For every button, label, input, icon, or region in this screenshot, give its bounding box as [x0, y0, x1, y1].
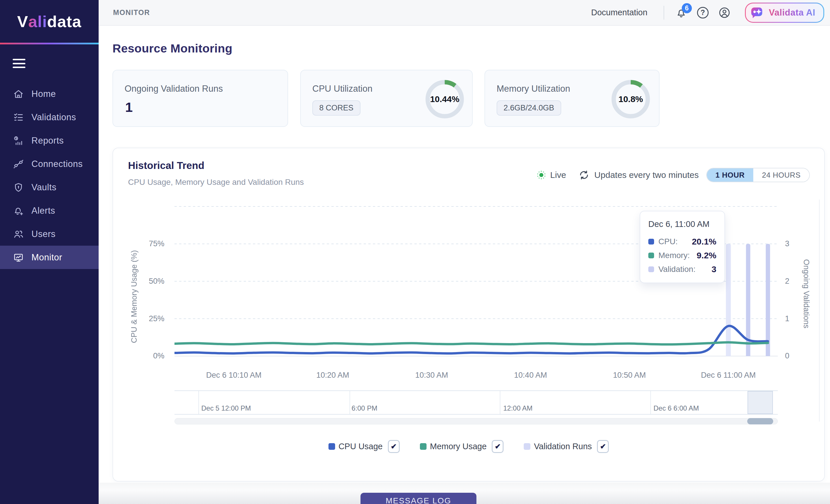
- tooltip-row-memory: Memory: 9.2%: [648, 248, 716, 262]
- historical-trend-card: Historical Trend CPU Usage, Memory Usage…: [113, 147, 825, 481]
- sidebar-item-connections[interactable]: Connections: [0, 152, 99, 176]
- validation-swatch: [648, 266, 654, 272]
- legend-item-validation: Validation Runs ✔: [524, 440, 609, 453]
- app-root: Validata Home Validations Reports Connec…: [0, 0, 830, 504]
- account-button[interactable]: [719, 7, 731, 19]
- brand-logo: Validata: [0, 0, 99, 43]
- topbar: MONITOR Documentation 6 ?: [99, 0, 830, 26]
- page-title: Resource Monitoring: [113, 42, 232, 55]
- sidebar-item-monitor[interactable]: Monitor: [0, 246, 99, 269]
- sidebar-item-validations[interactable]: Validations: [0, 105, 99, 129]
- card-memory-utilization: Memory Utilization 2.6GB/24.0GB 10.8%: [484, 70, 660, 127]
- x-tick-label: 10:30 AM: [415, 371, 448, 379]
- x-tick-label: 10:20 AM: [316, 371, 349, 379]
- y-left-tick-50: 50%: [138, 277, 164, 286]
- chart-tooltip: Dec 6, 11:00 AM CPU: 20.1% Memory: 9.2% …: [640, 211, 725, 283]
- time-navigator[interactable]: Dec 5 12:00 PM 6:00 PM 12:00 AM Dec 6 6:…: [174, 391, 778, 415]
- user-icon: [719, 7, 731, 19]
- validation-visibility-checkbox[interactable]: ✔: [597, 440, 609, 453]
- cpu-percent-value: 10.44%: [425, 80, 464, 119]
- sidebar-item-label: Home: [31, 89, 56, 99]
- sidebar-item-label: Alerts: [31, 206, 55, 216]
- x-tick-label: Dec 6 11:00 AM: [701, 371, 756, 379]
- logo-part-ali: ali: [28, 12, 47, 31]
- connections-icon: [13, 159, 24, 169]
- validation-bar: [726, 244, 731, 356]
- memory-percent-value: 10.8%: [611, 80, 650, 119]
- documentation-link[interactable]: Documentation: [591, 8, 647, 17]
- trend-subtitle: CPU Usage, Memory Usage and Validation R…: [128, 178, 304, 187]
- validation-bar: [766, 244, 770, 356]
- logo-part-data: data: [47, 12, 81, 31]
- range-24-hours-button[interactable]: 24 HOURS: [753, 168, 809, 182]
- trend-title: Historical Trend: [128, 160, 204, 171]
- topbar-actions: Documentation 6 ?: [591, 3, 824, 23]
- sidebar-item-home[interactable]: Home: [0, 82, 99, 105]
- tooltip-row-cpu: CPU: 20.1%: [648, 235, 716, 248]
- navigator-selection-window[interactable]: [747, 391, 773, 414]
- check-icon: ✔: [600, 442, 606, 451]
- refresh-icon: [579, 170, 589, 180]
- notifications-button[interactable]: 6: [675, 7, 687, 19]
- sidebar-item-vaults[interactable]: Vaults: [0, 176, 99, 199]
- x-tick-label: Dec 6 10:10 AM: [206, 371, 262, 379]
- memory-legend-swatch: [420, 443, 426, 450]
- live-label: Live: [550, 170, 566, 180]
- cpu-usage-line: [174, 326, 768, 353]
- question-icon: ?: [697, 7, 709, 19]
- sidebar-item-label: Monitor: [31, 252, 62, 263]
- shield-icon: [13, 182, 24, 193]
- sidebar-item-label: Users: [31, 229, 55, 239]
- cpu-cores-badge: 8 CORES: [312, 100, 360, 115]
- time-range-toggle: 1 HOUR 24 HOURS: [706, 168, 810, 182]
- navigator-label-4: Dec 6 6:00 AM: [653, 404, 699, 412]
- validation-legend-swatch: [524, 443, 530, 450]
- topbar-divider: [664, 6, 664, 20]
- report-chart-icon: [13, 136, 24, 146]
- legend-item-cpu: CPU Usage ✔: [328, 440, 400, 453]
- monitor-icon: [13, 252, 24, 263]
- sidebar-item-alerts[interactable]: Alerts: [0, 199, 99, 222]
- cpu-visibility-checkbox[interactable]: ✔: [388, 440, 400, 453]
- notifications-badge: 6: [682, 3, 692, 13]
- home-icon: [13, 89, 24, 99]
- users-icon: [13, 229, 24, 239]
- chart-scrollbar-thumb[interactable]: [747, 418, 773, 425]
- legend-item-memory: Memory Usage ✔: [420, 440, 504, 453]
- menu-toggle-button[interactable]: [13, 58, 25, 69]
- chart-scrollbar-track[interactable]: [174, 418, 778, 425]
- validata-ai-button[interactable]: Validata AI: [745, 3, 824, 23]
- card-ongoing-validation-runs: Ongoing Validation Runs 1: [113, 70, 288, 127]
- message-log-button[interactable]: MESSAGE LOG: [360, 493, 476, 504]
- x-tick-label: 10:50 AM: [613, 371, 646, 379]
- tooltip-timestamp: Dec 6, 11:00 AM: [648, 220, 716, 229]
- memory-usage-line: [174, 342, 768, 344]
- navigator-label-1: Dec 5 12:00 PM: [201, 404, 251, 412]
- brand-gradient-divider: [0, 43, 99, 44]
- sidebar-item-users[interactable]: Users: [0, 222, 99, 246]
- sidebar-nav: Home Validations Reports Connections Vau…: [0, 82, 99, 269]
- cpu-swatch: [648, 239, 654, 244]
- help-button[interactable]: ?: [697, 7, 709, 19]
- memory-donut-gauge: 10.8%: [611, 80, 650, 119]
- trend-controls: Live Updates every two minutes 1 HOUR 24…: [537, 168, 810, 182]
- cpu-donut-gauge: 10.44%: [425, 80, 464, 119]
- card-label: Memory Utilization: [497, 83, 570, 94]
- check-icon: ✔: [391, 442, 397, 451]
- card-label: Ongoing Validation Runs: [125, 83, 223, 94]
- y-right-axis-title: Ongoing Validations: [802, 230, 811, 357]
- sidebar-item-reports[interactable]: Reports: [0, 129, 99, 152]
- range-1-hour-button[interactable]: 1 HOUR: [707, 168, 753, 182]
- sidebar-item-label: Reports: [31, 136, 64, 146]
- card-label: CPU Utilization: [312, 83, 372, 94]
- y-left-tick-25: 25%: [138, 314, 164, 323]
- memory-visibility-checkbox[interactable]: ✔: [492, 440, 504, 453]
- sidebar-item-label: Connections: [31, 159, 83, 169]
- updates-frequency-label: Updates every two minutes: [595, 170, 699, 180]
- logo-part-v: V: [17, 12, 28, 31]
- main-content: Resource Monitoring Ongoing Validation R…: [99, 26, 830, 504]
- live-indicator-icon: [537, 171, 546, 179]
- ongoing-runs-value: 1: [125, 99, 133, 115]
- plot-right-edge: [819, 200, 820, 422]
- breadcrumb: MONITOR: [113, 8, 150, 17]
